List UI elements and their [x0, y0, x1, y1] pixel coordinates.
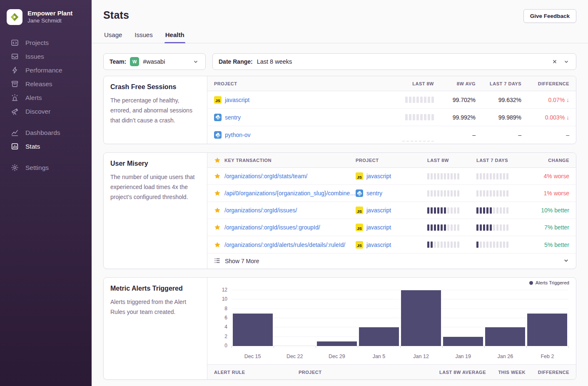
transaction-link[interactable]: /api/0/organizations/{organization_slug}… — [224, 190, 356, 197]
project-link[interactable]: javascript — [225, 97, 249, 103]
transaction-link[interactable]: /organizations/:orgId/issues/ — [224, 207, 297, 214]
clear-date-icon[interactable] — [551, 58, 558, 65]
org-switcher[interactable]: Empower Plant Jane Schmidt — [0, 8, 92, 36]
chart-bar[interactable] — [233, 314, 273, 346]
chevron-down-icon — [563, 257, 569, 265]
sessions-sparkline — [405, 97, 434, 103]
y-axis-tick-label: 4 — [224, 324, 227, 330]
sidebar-item-releases[interactable]: Releases — [0, 77, 92, 91]
tab-usage[interactable]: Usage — [103, 31, 123, 43]
chart-bar[interactable] — [443, 337, 483, 346]
team-label: Team: — [110, 58, 126, 65]
last7-value: – — [476, 132, 521, 138]
project-link[interactable]: sentry — [225, 114, 241, 121]
table-row: JS javascript 99.702% 99.632% 0.07% ↓ — [207, 91, 576, 109]
star-icon[interactable] — [214, 242, 221, 248]
discover-icon — [11, 107, 19, 115]
sessions-sparkline-empty — [402, 132, 434, 138]
sidebar-item-label: Performance — [25, 67, 62, 74]
date-range-select[interactable]: Date Range: Last 8 weeks — [212, 53, 576, 70]
user-misery-title: User Misery — [110, 160, 200, 167]
project-link[interactable]: sentry — [366, 190, 382, 197]
sidebar-item-label: Stats — [25, 143, 40, 150]
nav-group-divider — [0, 153, 92, 161]
y-axis-tick-label: 12 — [222, 287, 227, 293]
nav-group-divider — [0, 118, 92, 126]
project-link[interactable]: javascript — [366, 224, 391, 231]
transaction-link[interactable]: /organizations/:orgId/stats/team/ — [224, 173, 307, 179]
chart-bar[interactable] — [359, 327, 399, 346]
difference-value: – — [566, 132, 569, 138]
column-header: KEY TRANSACTION — [214, 157, 356, 164]
y-axis-tick-label: 0 — [224, 343, 227, 349]
sidebar-item-alerts[interactable]: Alerts — [0, 91, 92, 105]
table-row: /organizations/:orgId/issues/:groupId/ J… — [207, 219, 576, 236]
user-misery-panel: User Misery The number of unique users t… — [103, 152, 576, 269]
chart-bar[interactable] — [401, 290, 441, 346]
x-axis-tick — [526, 346, 527, 348]
tab-issues[interactable]: Issues — [134, 31, 153, 43]
crash-free-description: The percentage of healthy, errored, and … — [110, 95, 200, 125]
metric-alerts-panel: Metric Alerts Triggered Alerts triggered… — [103, 277, 576, 380]
alerts-triggered-chart: Alerts Triggered 0 2 4 6 8 10 12 Dec 15D… — [207, 278, 576, 364]
javascript-platform-icon: JS — [356, 207, 363, 214]
chart-bar[interactable] — [527, 314, 567, 346]
give-feedback-button[interactable]: Give Feedback — [523, 9, 576, 23]
issues-icon — [11, 52, 19, 60]
x-axis-label: Jan 12 — [400, 354, 442, 359]
gridline: 8 — [232, 309, 568, 309]
change-value: 10% better — [541, 207, 569, 214]
sidebar-item-stats[interactable]: Stats — [0, 139, 92, 153]
team-value: #wasabi — [143, 58, 165, 65]
javascript-platform-icon: JS — [356, 172, 363, 180]
project-link[interactable]: javascript — [366, 242, 391, 248]
star-icon[interactable] — [214, 224, 221, 231]
tab-bar: UsageIssuesHealth — [92, 31, 588, 43]
x-axis-label: Dec 15 — [232, 354, 274, 359]
avg-value: 99.992% — [434, 114, 476, 121]
date-range-value: Last 8 weeks — [257, 58, 292, 65]
project-link[interactable]: javascript — [366, 173, 391, 179]
column-header: ALERT RULE — [214, 370, 299, 375]
column-header: LAST 8W — [380, 81, 434, 86]
sidebar-item-settings[interactable]: Settings — [0, 161, 92, 174]
metric-alerts-description: Alerts triggered from the Alert Rules yo… — [110, 297, 200, 317]
chart-legend[interactable]: Alerts Triggered — [529, 280, 569, 285]
gridline: 6 — [232, 318, 568, 318]
star-icon[interactable] — [214, 190, 221, 197]
transaction-link[interactable]: /organizations/:orgId/alerts/rules/detai… — [224, 242, 345, 248]
metric-alerts-title: Metric Alerts Triggered — [110, 285, 200, 292]
star-icon[interactable] — [214, 173, 221, 179]
settings-icon — [11, 164, 19, 172]
table-row: /organizations/:orgId/issues/ JS javascr… — [207, 202, 576, 219]
show-more-label: Show 7 More — [225, 258, 259, 264]
python-platform-icon — [214, 114, 222, 121]
sidebar-item-issues[interactable]: Issues — [0, 50, 92, 63]
transaction-link[interactable]: /organizations/:orgId/issues/:groupId/ — [224, 224, 320, 231]
main-content: Stats Give Feedback UsageIssuesHealth Te… — [92, 0, 588, 386]
project-link[interactable]: python-ov — [225, 132, 250, 138]
sidebar-item-dashboards[interactable]: Dashboards — [0, 126, 92, 139]
metric-alerts-table-header: ALERT RULEPROJECTLAST 8W AVERAGETHIS WEE… — [207, 364, 576, 379]
column-header: DIFFERENCE — [521, 81, 569, 86]
star-icon[interactable] — [214, 207, 221, 214]
project-link[interactable]: javascript — [366, 207, 391, 214]
show-more-button[interactable]: Show 7 More — [207, 253, 576, 269]
empower-plant-logo-icon — [7, 9, 22, 25]
legend-label: Alerts Triggered — [536, 280, 569, 285]
team-select[interactable]: Team: W #wasabi — [103, 53, 206, 70]
star-icon[interactable] — [214, 157, 221, 164]
table-row: /organizations/:orgId/stats/team/ JS jav… — [207, 168, 576, 185]
x-axis-tick — [568, 346, 569, 348]
column-header: PROJECT — [299, 370, 419, 375]
projects-icon — [11, 39, 19, 47]
misery-score-bar — [427, 207, 459, 214]
sidebar-item-discover[interactable]: Discover — [0, 105, 92, 118]
chart-bar[interactable] — [317, 341, 357, 346]
sidebar-item-projects[interactable]: Projects — [0, 36, 92, 50]
chevron-down-icon — [563, 58, 570, 65]
column-header: LAST 8W — [427, 158, 476, 163]
sidebar-item-performance[interactable]: Performance — [0, 63, 92, 77]
chart-bar[interactable] — [485, 327, 525, 346]
tab-health[interactable]: Health — [164, 31, 185, 43]
